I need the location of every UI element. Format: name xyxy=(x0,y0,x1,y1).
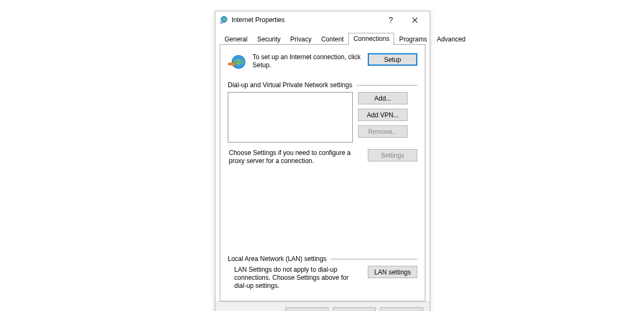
remove-button: Remove... xyxy=(358,125,408,138)
ok-button[interactable]: OK xyxy=(285,307,328,311)
connections-listbox[interactable] xyxy=(228,92,353,143)
apply-button: Apply xyxy=(380,307,423,311)
lan-settings-button[interactable]: LAN settings xyxy=(368,266,417,278)
tab-connections[interactable]: Connections xyxy=(348,33,394,45)
cancel-button[interactable]: Cancel xyxy=(333,307,376,311)
tab-strip: General Security Privacy Content Connect… xyxy=(215,29,430,301)
globe-connect-icon xyxy=(228,53,246,72)
tab-advanced[interactable]: Advanced xyxy=(432,33,470,45)
setup-button[interactable]: Setup xyxy=(368,53,417,66)
dialog-footer: OK Cancel Apply xyxy=(215,301,430,311)
settings-button: Settings xyxy=(368,149,417,161)
add-button[interactable]: Add... xyxy=(358,92,408,104)
dialup-group-label: Dial-up and Virtual Private Network sett… xyxy=(228,81,417,89)
lan-instruction-text: LAN Settings do not apply to dial-up con… xyxy=(228,266,362,290)
close-button[interactable] xyxy=(403,12,426,27)
help-button[interactable]: ? xyxy=(379,12,403,27)
proxy-instruction-text: Choose Settings if you need to configure… xyxy=(228,149,362,165)
internet-options-icon xyxy=(220,16,228,24)
tab-general[interactable]: General xyxy=(220,33,253,45)
svg-rect-1 xyxy=(220,22,223,24)
setup-instruction-text: To set up an Internet connection, click … xyxy=(253,53,361,69)
internet-properties-dialog: Internet Properties ? General Security P… xyxy=(215,11,430,311)
lan-group-label: Local Area Network (LAN) settings xyxy=(228,255,417,263)
tab-security[interactable]: Security xyxy=(253,33,285,45)
title-bar: Internet Properties ? xyxy=(215,11,430,29)
tab-privacy[interactable]: Privacy xyxy=(285,33,316,45)
tab-programs[interactable]: Programs xyxy=(394,33,432,45)
tab-content[interactable]: Content xyxy=(316,33,348,45)
connections-panel: To set up an Internet connection, click … xyxy=(220,44,425,301)
window-title: Internet Properties xyxy=(232,16,379,24)
add-vpn-button[interactable]: Add VPN... xyxy=(358,109,408,121)
